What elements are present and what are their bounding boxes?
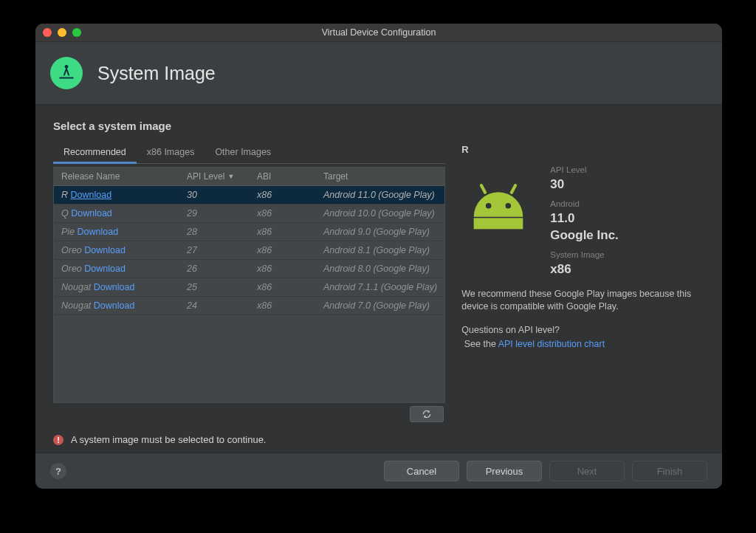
svg-point-5: [506, 203, 512, 209]
tab-x86-images[interactable]: x86 Images: [137, 142, 205, 163]
col-abi[interactable]: ABI: [250, 171, 316, 182]
api-level-cell: 25: [179, 282, 250, 292]
abi-cell: x86: [250, 300, 316, 311]
col-release-name[interactable]: Release Name: [54, 171, 179, 182]
table-row[interactable]: Pie Download28x86Android 9.0 (Google Pla…: [54, 223, 444, 241]
selected-release-name: R: [461, 144, 704, 155]
svg-rect-2: [479, 183, 487, 194]
android-studio-icon: [50, 57, 83, 89]
tab-other-images[interactable]: Other Images: [205, 142, 281, 163]
validation-error: ! A system image must be selected to con…: [53, 434, 445, 445]
abi-cell: x86: [250, 208, 316, 219]
api-level-cell: 27: [179, 245, 250, 255]
abi-cell: x86: [250, 190, 316, 200]
target-cell: Android 11.0 (Google Play): [316, 190, 444, 200]
svg-rect-0: [59, 77, 74, 78]
maximize-icon[interactable]: [72, 28, 81, 37]
target-cell: Android 10.0 (Google Play): [316, 208, 444, 219]
refresh-icon: [422, 409, 432, 419]
download-link[interactable]: Download: [94, 282, 135, 292]
api-help-line: See the API level distribution chart: [461, 338, 704, 351]
vendor-value: Google Inc.: [550, 228, 619, 243]
target-cell: Android 8.0 (Google Play): [316, 264, 444, 274]
download-link[interactable]: Download: [71, 208, 112, 219]
download-link[interactable]: Download: [78, 227, 119, 237]
table-row[interactable]: Oreo Download26x86Android 8.0 (Google Pl…: [54, 260, 444, 278]
table-row[interactable]: R Download30x86Android 11.0 (Google Play…: [54, 186, 444, 204]
previous-button[interactable]: Previous: [467, 461, 542, 481]
android-version-value: 11.0: [550, 211, 619, 226]
api-level-label: API Level: [550, 165, 619, 174]
android-robot-icon: [461, 171, 535, 245]
download-link[interactable]: Download: [94, 300, 135, 311]
image-source-tabs: Recommendedx86 ImagesOther Images: [53, 142, 445, 164]
target-cell: Android 8.1 (Google Play): [316, 245, 444, 255]
svg-rect-6: [474, 218, 523, 229]
refresh-button[interactable]: [410, 406, 444, 422]
abi-cell: x86: [250, 245, 316, 255]
target-cell: Android 9.0 (Google Play): [316, 227, 444, 237]
api-distribution-link[interactable]: API level distribution chart: [498, 339, 605, 349]
close-icon[interactable]: [43, 28, 52, 37]
table-row[interactable]: Oreo Download27x86Android 8.1 (Google Pl…: [54, 241, 444, 260]
minimize-icon[interactable]: [58, 28, 66, 37]
table-header: Release Name API Level ▼ ABI Target: [54, 168, 444, 186]
download-link[interactable]: Download: [71, 190, 112, 200]
abi-cell: x86: [250, 264, 316, 274]
details-panel: R: [461, 142, 704, 445]
target-cell: Android 7.0 (Google Play): [316, 300, 444, 311]
release-name: R: [61, 190, 68, 200]
section-title: Select a system image: [53, 120, 704, 132]
finish-button: Finish: [632, 461, 707, 481]
dialog-content: Select a system image Recommendedx86 Ima…: [35, 105, 722, 453]
error-text: A system image must be selected to conti…: [71, 434, 266, 445]
release-name: Oreo: [61, 245, 82, 255]
error-icon: !: [53, 435, 63, 445]
svg-point-1: [65, 65, 69, 69]
release-name: Pie: [61, 227, 75, 237]
release-name: Q: [61, 208, 69, 219]
system-image-table: Release Name API Level ▼ ABI Target R Do…: [53, 167, 445, 403]
svg-rect-3: [509, 183, 518, 194]
next-button: Next: [549, 461, 625, 481]
target-cell: Android 7.1.1 (Google Play): [316, 282, 444, 292]
android-label: Android: [550, 199, 619, 208]
api-level-value: 30: [550, 177, 619, 192]
system-image-value: x86: [550, 262, 619, 277]
titlebar: Virtual Device Configuration: [35, 24, 722, 42]
recommendation-text: We recommend these Google Play images be…: [461, 288, 704, 313]
abi-cell: x86: [250, 282, 316, 292]
release-name: Oreo: [61, 264, 82, 274]
dialog-header: System Image: [35, 42, 722, 105]
dialog-footer: ? Cancel Previous Next Finish: [35, 453, 722, 489]
table-row[interactable]: Nougat Download24x86Android 7.0 (Google …: [54, 297, 444, 315]
api-level-cell: 28: [179, 227, 250, 237]
table-row[interactable]: Q Download29x86Android 10.0 (Google Play…: [54, 204, 444, 223]
page-title: System Image: [97, 63, 216, 84]
help-button[interactable]: ?: [50, 463, 66, 479]
table-body: R Download30x86Android 11.0 (Google Play…: [54, 186, 444, 402]
abi-cell: x86: [250, 227, 316, 237]
window-controls: [43, 28, 81, 37]
table-row[interactable]: Nougat Download25x86Android 7.1.1 (Googl…: [54, 278, 444, 297]
api-level-cell: 24: [179, 300, 250, 311]
cancel-button[interactable]: Cancel: [384, 461, 459, 481]
window-title: Virtual Device Configuration: [35, 27, 722, 38]
tab-recommended[interactable]: Recommended: [53, 142, 137, 163]
release-name: Nougat: [61, 300, 91, 311]
col-target[interactable]: Target: [316, 171, 444, 182]
api-level-cell: 30: [179, 190, 250, 200]
sort-desc-icon: ▼: [227, 173, 234, 180]
api-question: Questions on API level?: [461, 325, 704, 335]
api-level-cell: 29: [179, 208, 250, 219]
col-api-level[interactable]: API Level ▼: [179, 171, 250, 182]
download-link[interactable]: Download: [84, 245, 126, 255]
dialog-window: Virtual Device Configuration System Imag…: [35, 24, 722, 489]
system-image-label: System Image: [550, 250, 619, 259]
release-name: Nougat: [61, 282, 91, 292]
svg-point-4: [486, 203, 492, 209]
api-level-cell: 26: [179, 264, 250, 274]
image-list-panel: Recommendedx86 ImagesOther Images Releas…: [53, 142, 445, 445]
download-link[interactable]: Download: [84, 264, 126, 274]
